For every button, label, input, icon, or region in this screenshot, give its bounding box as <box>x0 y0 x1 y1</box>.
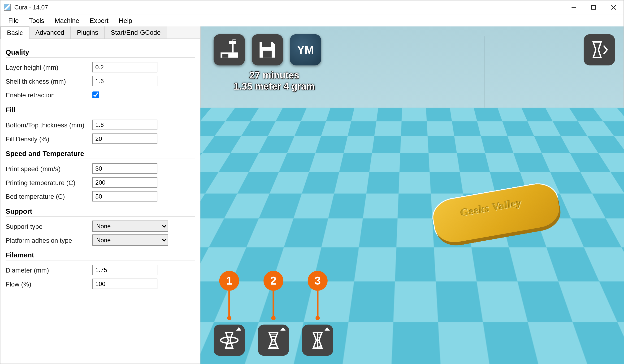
diameter-label: Diameter (mm) <box>6 266 92 274</box>
main-window: Cura - 14.07 File Tools Machine Expert H… <box>0 0 624 364</box>
viewport-toolbar: YM <box>214 34 321 65</box>
menu-machine[interactable]: Machine <box>50 15 84 26</box>
callout-bubble-1: 1 <box>219 271 239 291</box>
support-type-label: Support type <box>6 222 92 230</box>
menu-help[interactable]: Help <box>114 15 138 26</box>
callout-bubble-3: 3 <box>308 271 328 291</box>
section-support: Support <box>6 208 195 216</box>
bottom-top-label: Bottom/Top thickness (mm) <box>6 121 92 128</box>
tab-plugins[interactable]: Plugins <box>71 26 105 39</box>
svg-rect-6 <box>263 51 272 57</box>
svg-rect-1 <box>592 5 595 9</box>
adhesion-select[interactable]: None <box>92 234 168 246</box>
expand-indicator-icon <box>325 327 330 331</box>
shell-thickness-label: Shell thickness (mm) <box>6 77 92 85</box>
close-button[interactable] <box>604 0 624 14</box>
content-area: Basic Advanced Plugins Start/End-GCode Q… <box>0 26 624 364</box>
fill-density-label: Fill Density (%) <box>6 135 92 142</box>
flow-label: Flow (%) <box>6 280 92 287</box>
diameter-input[interactable] <box>92 265 157 275</box>
section-filament: Filament <box>6 251 195 260</box>
youmagine-label: YM <box>297 43 314 56</box>
printing-temp-label: Printing temperature (C) <box>6 179 92 186</box>
callout-2: 2 <box>258 271 289 320</box>
window-controls <box>564 0 624 14</box>
shell-thickness-input[interactable] <box>92 76 157 86</box>
scale-icon <box>263 330 284 351</box>
estimate-time: 27 minutes <box>218 70 331 81</box>
maximize-button[interactable] <box>584 0 603 14</box>
view-mode-button[interactable] <box>584 34 615 65</box>
svg-rect-5 <box>222 54 228 58</box>
support-type-select[interactable]: None <box>92 221 168 232</box>
transform-toolbar <box>214 325 333 356</box>
settings-form: Quality Layer height (mm) Shell thicknes… <box>0 39 200 291</box>
svg-point-8 <box>221 337 238 343</box>
flow-input[interactable] <box>92 279 157 289</box>
mirror-button[interactable] <box>302 325 333 356</box>
layer-height-input[interactable] <box>92 62 157 72</box>
app-icon <box>4 4 11 11</box>
section-fill: Fill <box>6 106 195 115</box>
settings-tabs: Basic Advanced Plugins Start/End-GCode <box>0 26 200 39</box>
save-toolpath-button[interactable] <box>252 34 283 65</box>
callout-1: 1 <box>214 271 245 320</box>
youmagine-button[interactable]: YM <box>290 34 321 65</box>
section-quality: Quality <box>6 49 195 57</box>
minimize-button[interactable] <box>564 0 584 14</box>
load-model-button[interactable] <box>214 34 245 65</box>
rotate-icon <box>219 330 240 351</box>
mirror-icon <box>307 330 328 351</box>
layer-height-label: Layer height (mm) <box>6 64 92 71</box>
print-estimate: 27 minutes 1.35 meter 4 gram <box>218 70 331 93</box>
settings-panel: Basic Advanced Plugins Start/End-GCode Q… <box>0 26 201 364</box>
load-model-icon <box>219 39 240 60</box>
bed-temp-input[interactable] <box>92 191 157 201</box>
expand-indicator-icon <box>280 327 286 331</box>
tab-gcode[interactable]: Start/End-GCode <box>105 26 167 39</box>
view-mode-icon <box>589 39 610 60</box>
printing-temp-input[interactable] <box>92 177 157 188</box>
3d-viewport[interactable]: Geeks Valley <box>201 26 624 364</box>
callout-bubble-2: 2 <box>263 271 283 291</box>
section-speed-temp: Speed and Temperature <box>6 150 195 159</box>
tab-advanced[interactable]: Advanced <box>29 26 71 39</box>
window-title: Cura - 14.07 <box>14 4 564 11</box>
callout-3: 3 <box>302 271 333 320</box>
enable-retraction-label: Enable retraction <box>6 91 92 99</box>
print-speed-input[interactable] <box>92 163 157 174</box>
menu-tools[interactable]: Tools <box>24 15 50 26</box>
bottom-top-input[interactable] <box>92 120 157 130</box>
fill-density-input[interactable] <box>92 133 157 144</box>
svg-rect-7 <box>262 42 271 47</box>
adhesion-label: Platform adhesion type <box>6 236 92 244</box>
menu-file[interactable]: File <box>3 15 24 26</box>
menubar: File Tools Machine Expert Help <box>0 14 624 26</box>
tab-basic[interactable]: Basic <box>0 26 29 39</box>
enable-retraction-checkbox[interactable] <box>92 91 99 98</box>
titlebar: Cura - 14.07 <box>0 0 624 14</box>
bed-temp-label: Bed temperature (C) <box>6 193 92 200</box>
rotate-button[interactable] <box>214 325 245 356</box>
estimate-material: 1.35 meter 4 gram <box>218 81 331 93</box>
print-speed-label: Print speed (mm/s) <box>6 165 92 172</box>
scale-button[interactable] <box>258 325 289 356</box>
menu-expert[interactable]: Expert <box>84 15 113 26</box>
save-icon <box>258 40 277 59</box>
expand-indicator-icon <box>236 327 241 331</box>
annotation-callouts: 1 2 3 <box>214 271 333 320</box>
